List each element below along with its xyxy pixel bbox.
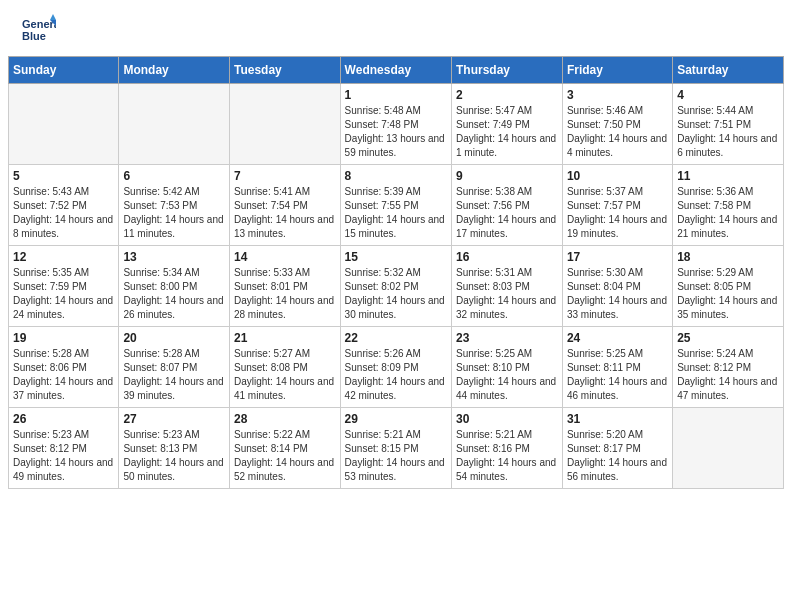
day-info: Sunrise: 5:44 AMSunset: 7:51 PMDaylight:…	[677, 104, 779, 160]
calendar-header-row: SundayMondayTuesdayWednesdayThursdayFrid…	[9, 57, 784, 84]
calendar-weekday-friday: Friday	[562, 57, 672, 84]
day-number: 8	[345, 169, 447, 183]
calendar-weekday-thursday: Thursday	[452, 57, 563, 84]
calendar-cell: 3Sunrise: 5:46 AMSunset: 7:50 PMDaylight…	[562, 84, 672, 165]
day-info: Sunrise: 5:48 AMSunset: 7:48 PMDaylight:…	[345, 104, 447, 160]
calendar-cell: 14Sunrise: 5:33 AMSunset: 8:01 PMDayligh…	[229, 246, 340, 327]
day-number: 14	[234, 250, 336, 264]
calendar-cell: 6Sunrise: 5:42 AMSunset: 7:53 PMDaylight…	[119, 165, 230, 246]
calendar-weekday-sunday: Sunday	[9, 57, 119, 84]
calendar-cell: 25Sunrise: 5:24 AMSunset: 8:12 PMDayligh…	[673, 327, 784, 408]
calendar-cell: 17Sunrise: 5:30 AMSunset: 8:04 PMDayligh…	[562, 246, 672, 327]
day-number: 19	[13, 331, 114, 345]
svg-text:Blue: Blue	[22, 30, 46, 42]
calendar-cell: 15Sunrise: 5:32 AMSunset: 8:02 PMDayligh…	[340, 246, 451, 327]
day-number: 23	[456, 331, 558, 345]
day-number: 1	[345, 88, 447, 102]
day-info: Sunrise: 5:21 AMSunset: 8:15 PMDaylight:…	[345, 428, 447, 484]
calendar-cell: 29Sunrise: 5:21 AMSunset: 8:15 PMDayligh…	[340, 408, 451, 489]
day-number: 30	[456, 412, 558, 426]
calendar-cell: 13Sunrise: 5:34 AMSunset: 8:00 PMDayligh…	[119, 246, 230, 327]
day-number: 12	[13, 250, 114, 264]
day-info: Sunrise: 5:31 AMSunset: 8:03 PMDaylight:…	[456, 266, 558, 322]
calendar-cell: 28Sunrise: 5:22 AMSunset: 8:14 PMDayligh…	[229, 408, 340, 489]
calendar-cell: 26Sunrise: 5:23 AMSunset: 8:12 PMDayligh…	[9, 408, 119, 489]
calendar-cell: 23Sunrise: 5:25 AMSunset: 8:10 PMDayligh…	[452, 327, 563, 408]
calendar-cell: 18Sunrise: 5:29 AMSunset: 8:05 PMDayligh…	[673, 246, 784, 327]
day-info: Sunrise: 5:29 AMSunset: 8:05 PMDaylight:…	[677, 266, 779, 322]
day-number: 22	[345, 331, 447, 345]
day-info: Sunrise: 5:35 AMSunset: 7:59 PMDaylight:…	[13, 266, 114, 322]
calendar-weekday-saturday: Saturday	[673, 57, 784, 84]
calendar-table: SundayMondayTuesdayWednesdayThursdayFrid…	[8, 56, 784, 489]
calendar-week-row: 19Sunrise: 5:28 AMSunset: 8:06 PMDayligh…	[9, 327, 784, 408]
day-info: Sunrise: 5:46 AMSunset: 7:50 PMDaylight:…	[567, 104, 668, 160]
calendar-cell: 7Sunrise: 5:41 AMSunset: 7:54 PMDaylight…	[229, 165, 340, 246]
day-number: 9	[456, 169, 558, 183]
day-info: Sunrise: 5:28 AMSunset: 8:07 PMDaylight:…	[123, 347, 225, 403]
day-info: Sunrise: 5:36 AMSunset: 7:58 PMDaylight:…	[677, 185, 779, 241]
calendar-cell: 20Sunrise: 5:28 AMSunset: 8:07 PMDayligh…	[119, 327, 230, 408]
calendar-cell: 16Sunrise: 5:31 AMSunset: 8:03 PMDayligh…	[452, 246, 563, 327]
calendar-cell	[119, 84, 230, 165]
day-number: 13	[123, 250, 225, 264]
day-info: Sunrise: 5:39 AMSunset: 7:55 PMDaylight:…	[345, 185, 447, 241]
calendar-weekday-monday: Monday	[119, 57, 230, 84]
day-number: 24	[567, 331, 668, 345]
day-info: Sunrise: 5:25 AMSunset: 8:10 PMDaylight:…	[456, 347, 558, 403]
calendar-week-row: 1Sunrise: 5:48 AMSunset: 7:48 PMDaylight…	[9, 84, 784, 165]
day-number: 26	[13, 412, 114, 426]
calendar-cell: 19Sunrise: 5:28 AMSunset: 8:06 PMDayligh…	[9, 327, 119, 408]
calendar-wrapper: SundayMondayTuesdayWednesdayThursdayFrid…	[0, 56, 792, 497]
day-info: Sunrise: 5:21 AMSunset: 8:16 PMDaylight:…	[456, 428, 558, 484]
day-number: 29	[345, 412, 447, 426]
calendar-week-row: 12Sunrise: 5:35 AMSunset: 7:59 PMDayligh…	[9, 246, 784, 327]
calendar-cell: 31Sunrise: 5:20 AMSunset: 8:17 PMDayligh…	[562, 408, 672, 489]
day-info: Sunrise: 5:26 AMSunset: 8:09 PMDaylight:…	[345, 347, 447, 403]
day-info: Sunrise: 5:32 AMSunset: 8:02 PMDaylight:…	[345, 266, 447, 322]
calendar-cell: 24Sunrise: 5:25 AMSunset: 8:11 PMDayligh…	[562, 327, 672, 408]
logo: General Blue	[20, 12, 60, 48]
day-number: 21	[234, 331, 336, 345]
calendar-cell: 11Sunrise: 5:36 AMSunset: 7:58 PMDayligh…	[673, 165, 784, 246]
day-number: 25	[677, 331, 779, 345]
day-number: 2	[456, 88, 558, 102]
page-header: General Blue	[0, 0, 792, 56]
day-number: 15	[345, 250, 447, 264]
day-info: Sunrise: 5:20 AMSunset: 8:17 PMDaylight:…	[567, 428, 668, 484]
day-info: Sunrise: 5:38 AMSunset: 7:56 PMDaylight:…	[456, 185, 558, 241]
day-number: 5	[13, 169, 114, 183]
day-number: 28	[234, 412, 336, 426]
day-info: Sunrise: 5:25 AMSunset: 8:11 PMDaylight:…	[567, 347, 668, 403]
day-info: Sunrise: 5:23 AMSunset: 8:12 PMDaylight:…	[13, 428, 114, 484]
day-info: Sunrise: 5:33 AMSunset: 8:01 PMDaylight:…	[234, 266, 336, 322]
day-number: 16	[456, 250, 558, 264]
calendar-week-row: 5Sunrise: 5:43 AMSunset: 7:52 PMDaylight…	[9, 165, 784, 246]
day-info: Sunrise: 5:22 AMSunset: 8:14 PMDaylight:…	[234, 428, 336, 484]
day-info: Sunrise: 5:47 AMSunset: 7:49 PMDaylight:…	[456, 104, 558, 160]
svg-marker-2	[50, 14, 56, 20]
calendar-cell: 27Sunrise: 5:23 AMSunset: 8:13 PMDayligh…	[119, 408, 230, 489]
calendar-cell: 30Sunrise: 5:21 AMSunset: 8:16 PMDayligh…	[452, 408, 563, 489]
calendar-cell: 8Sunrise: 5:39 AMSunset: 7:55 PMDaylight…	[340, 165, 451, 246]
day-info: Sunrise: 5:30 AMSunset: 8:04 PMDaylight:…	[567, 266, 668, 322]
day-number: 11	[677, 169, 779, 183]
day-number: 31	[567, 412, 668, 426]
day-number: 6	[123, 169, 225, 183]
calendar-weekday-tuesday: Tuesday	[229, 57, 340, 84]
calendar-cell: 2Sunrise: 5:47 AMSunset: 7:49 PMDaylight…	[452, 84, 563, 165]
day-info: Sunrise: 5:42 AMSunset: 7:53 PMDaylight:…	[123, 185, 225, 241]
day-number: 20	[123, 331, 225, 345]
calendar-cell: 4Sunrise: 5:44 AMSunset: 7:51 PMDaylight…	[673, 84, 784, 165]
day-info: Sunrise: 5:28 AMSunset: 8:06 PMDaylight:…	[13, 347, 114, 403]
day-number: 3	[567, 88, 668, 102]
calendar-cell: 9Sunrise: 5:38 AMSunset: 7:56 PMDaylight…	[452, 165, 563, 246]
day-info: Sunrise: 5:23 AMSunset: 8:13 PMDaylight:…	[123, 428, 225, 484]
calendar-cell: 22Sunrise: 5:26 AMSunset: 8:09 PMDayligh…	[340, 327, 451, 408]
calendar-cell: 10Sunrise: 5:37 AMSunset: 7:57 PMDayligh…	[562, 165, 672, 246]
calendar-cell: 5Sunrise: 5:43 AMSunset: 7:52 PMDaylight…	[9, 165, 119, 246]
day-number: 10	[567, 169, 668, 183]
logo-icon: General Blue	[20, 12, 56, 48]
day-number: 18	[677, 250, 779, 264]
calendar-weekday-wednesday: Wednesday	[340, 57, 451, 84]
